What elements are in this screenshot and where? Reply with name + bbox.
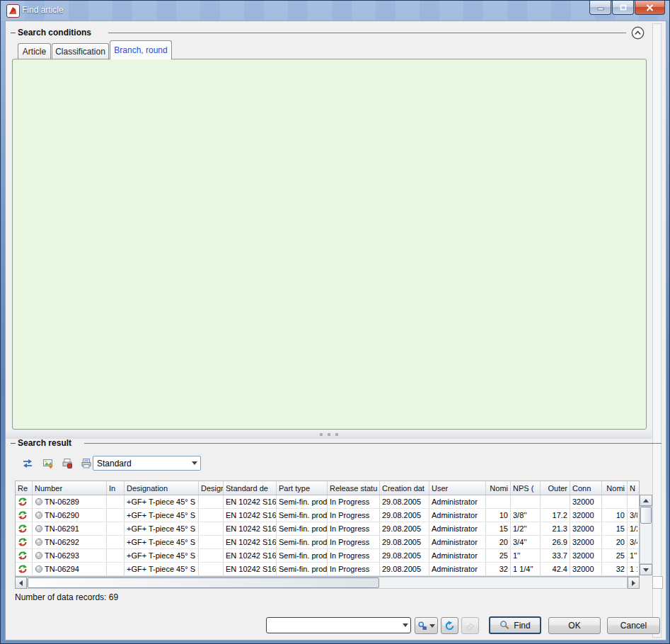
refresh-icon xyxy=(444,621,455,631)
tab-classification[interactable]: Classification xyxy=(52,43,109,59)
cell-user: Administrator xyxy=(429,522,486,535)
table-row[interactable]: TN-06290+GF+ T-piece 45° SEN 10242 S16Se… xyxy=(16,509,639,522)
cell-nps-1: 1'' xyxy=(511,549,541,562)
table-body: TN-06289+GF+ T-piece 45° SEN 10242 S16Se… xyxy=(16,495,639,576)
cell-designation2 xyxy=(199,549,224,562)
cell-nps-2: 1/2'' xyxy=(628,522,637,535)
column-header-user[interactable]: User xyxy=(429,481,486,495)
save-search-split-button[interactable] xyxy=(415,617,438,634)
column-header-nps-2[interactable]: N xyxy=(628,481,637,495)
release-status-icon xyxy=(18,510,28,520)
cell-user: Administrator xyxy=(429,536,486,548)
saved-search-select[interactable] xyxy=(266,617,411,633)
print-pdf-button[interactable] xyxy=(57,454,77,473)
view-select[interactable]: Standard xyxy=(93,456,201,471)
cell-nps-1: 1/2'' xyxy=(511,522,541,535)
cell-nps-2: 1'' xyxy=(628,549,637,562)
cell-connection: 32000 xyxy=(570,549,602,562)
tab-article[interactable]: Article xyxy=(18,43,51,59)
column-header-designation2[interactable]: Desigr xyxy=(199,481,224,495)
table-row[interactable]: TN-06291+GF+ T-piece 45° SEN 10242 S16Se… xyxy=(16,522,639,536)
column-header-connection[interactable]: Conn xyxy=(570,481,602,495)
scroll-up-button[interactable] xyxy=(640,495,652,506)
minimize-button[interactable] xyxy=(589,1,611,15)
refresh-search-button[interactable] xyxy=(441,617,458,634)
cell-designation: +GF+ T-piece 45° S xyxy=(125,495,199,508)
cell-outer: 21.3 xyxy=(541,522,570,535)
print-pdf-icon xyxy=(62,458,73,469)
export-image-button[interactable] xyxy=(38,454,58,473)
cell-release-icon xyxy=(16,522,33,535)
cell-release-icon xyxy=(16,495,33,508)
table-row[interactable]: TN-06289+GF+ T-piece 45° SEN 10242 S16Se… xyxy=(16,495,639,509)
column-header-in[interactable]: In xyxy=(107,481,125,495)
table-row[interactable]: TN-06293+GF+ T-piece 45° SEN 10242 S16Se… xyxy=(16,549,639,563)
column-header-part-type[interactable]: Part type xyxy=(277,481,328,495)
cell-designation: +GF+ T-piece 45° S xyxy=(125,563,199,575)
cell-nominal-1: 10 xyxy=(486,509,511,522)
scroll-down-button[interactable] xyxy=(640,564,652,575)
column-header-nominal-2[interactable]: Nomi xyxy=(602,481,628,495)
tab-branch-round[interactable]: Branch, round xyxy=(110,40,172,59)
chevron-down-icon xyxy=(429,624,435,628)
cell-part-type: Semi-fin. prod xyxy=(277,495,328,508)
horizontal-scroll-thumb[interactable] xyxy=(28,577,379,588)
cell-connection: 32000 xyxy=(570,536,602,548)
column-header-release-icon[interactable]: Re xyxy=(16,481,33,495)
cell-nps-2: 1 1/4'' xyxy=(628,563,637,575)
cell-nominal-1: 32 xyxy=(486,563,511,575)
column-header-creation-date[interactable]: Creation dat xyxy=(380,481,429,495)
scroll-right-button[interactable] xyxy=(628,577,640,589)
close-button[interactable] xyxy=(635,1,665,15)
scroll-left-button[interactable] xyxy=(15,577,27,589)
cell-release-icon xyxy=(16,549,33,562)
cell-standard-designation: EN 10242 S16 xyxy=(224,549,277,562)
titlebar[interactable]: Find article xyxy=(1,1,670,21)
cell-standard-designation: EN 10242 S16 xyxy=(224,509,277,522)
table-row[interactable]: TN-06294+GF+ T-piece 45° SEN 10242 S16Se… xyxy=(16,563,639,576)
vertical-scroll-thumb[interactable] xyxy=(640,507,652,524)
cell-number: TN-06289 xyxy=(33,495,107,508)
dialog-vertical-scrollbar[interactable] xyxy=(652,23,662,638)
cell-part-type: Semi-fin. prod xyxy=(277,536,328,548)
refresh-results-button[interactable] xyxy=(18,454,37,473)
column-header-release-status[interactable]: Release statu xyxy=(328,481,380,495)
column-header-nps-1[interactable]: NPS ( xyxy=(511,481,541,495)
app-icon xyxy=(6,4,20,18)
ok-button[interactable]: OK xyxy=(548,617,601,634)
panel-splitter[interactable] xyxy=(6,430,652,439)
cell-part-type: Semi-fin. prod xyxy=(277,509,328,522)
cell-user: Administrator xyxy=(429,563,486,575)
column-header-nominal-1[interactable]: Nomi xyxy=(486,481,511,495)
column-header-number[interactable]: Number xyxy=(33,481,107,495)
print-icon xyxy=(81,458,92,469)
cancel-button[interactable]: Cancel xyxy=(607,617,660,634)
maximize-button[interactable] xyxy=(612,1,634,15)
cell-creation-date: 29.08.2005 xyxy=(380,495,429,508)
chevron-down-icon[interactable] xyxy=(400,618,410,633)
cell-release-icon xyxy=(16,509,33,522)
eraser-icon xyxy=(465,621,475,631)
table-vertical-scrollbar[interactable] xyxy=(640,495,652,575)
cell-nps-2: 3/8'' xyxy=(628,509,637,522)
cell-nominal-1 xyxy=(486,495,511,508)
cell-creation-date: 29.08.2005 xyxy=(380,509,429,522)
cell-standard-designation: EN 10242 S16 xyxy=(224,522,277,535)
branch-round-tab-panel xyxy=(12,59,647,430)
table-horizontal-scrollbar[interactable] xyxy=(15,577,640,589)
collapse-section-button[interactable] xyxy=(631,26,645,40)
article-icon xyxy=(35,498,43,506)
cell-connection: 32000 xyxy=(570,522,602,535)
column-header-outer[interactable]: Outer xyxy=(541,481,570,495)
cell-standard-designation: EN 10242 S16 xyxy=(224,536,277,548)
chevron-down-icon[interactable] xyxy=(189,456,200,470)
cell-creation-date: 29.08.2005 xyxy=(380,536,429,548)
column-header-standard-designation[interactable]: Standard de xyxy=(224,481,277,495)
cell-in xyxy=(107,522,125,535)
column-header-designation[interactable]: Designation xyxy=(125,481,199,495)
table-row[interactable]: TN-06292+GF+ T-piece 45° SEN 10242 S16Se… xyxy=(16,536,639,549)
cell-creation-date: 29.08.2005 xyxy=(380,563,429,575)
cell-nominal-2: 32 xyxy=(602,563,628,575)
find-button[interactable]: Find xyxy=(489,616,541,634)
cell-nominal-2: 15 xyxy=(602,522,628,535)
